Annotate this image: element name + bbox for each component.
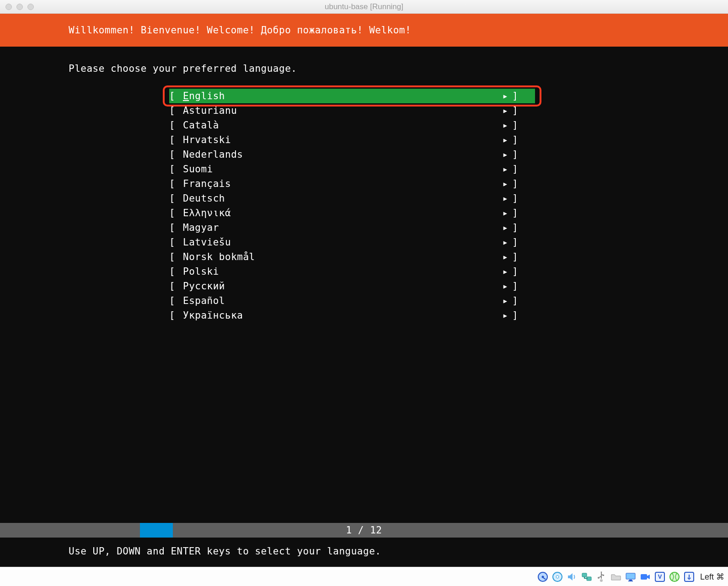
bracket-close: ] <box>512 235 526 250</box>
display-icon[interactable] <box>624 570 637 583</box>
submenu-arrow-icon: ▸ <box>498 89 512 103</box>
language-label: Norsk bokmål <box>183 250 498 264</box>
language-label: Español <box>183 293 498 308</box>
bracket-open: [ <box>169 133 183 147</box>
bracket-close: ] <box>512 293 526 308</box>
installer-prompt: Please choose your preferred language. <box>0 47 728 76</box>
submenu-arrow-icon: ▸ <box>498 133 512 147</box>
clipboard-icon[interactable] <box>668 570 681 583</box>
bracket-open: [ <box>169 191 183 206</box>
window-traffic-lights <box>0 4 34 10</box>
language-option[interactable]: [Hrvatski▸] <box>0 133 728 147</box>
language-label: Hrvatski <box>183 133 498 147</box>
submenu-arrow-icon: ▸ <box>498 250 512 264</box>
language-label: Ελληνικά <box>183 206 498 220</box>
bracket-open: [ <box>169 118 183 133</box>
language-label: Suomi <box>183 162 498 176</box>
submenu-arrow-icon: ▸ <box>498 308 512 323</box>
bracket-close: ] <box>512 133 526 147</box>
submenu-arrow-icon: ▸ <box>498 147 512 162</box>
optical-drive-icon[interactable] <box>551 570 564 583</box>
svg-point-9 <box>598 577 600 579</box>
language-label: Asturianu <box>183 103 498 118</box>
bracket-open: [ <box>169 220 183 235</box>
language-list: [English▸][Asturianu▸][Català▸][Hrvatski… <box>0 89 728 323</box>
progress-label: 1 / 12 <box>0 523 728 538</box>
progress-bar: 1 / 12 <box>0 523 728 538</box>
bracket-open: [ <box>169 103 183 118</box>
vbox-indicator-icon[interactable]: V <box>653 570 666 583</box>
language-label: Русский <box>183 279 498 293</box>
language-option[interactable]: [Español▸] <box>0 293 728 308</box>
language-option[interactable]: [Русский▸] <box>0 279 728 293</box>
language-label: Français <box>183 176 498 191</box>
bracket-close: ] <box>512 118 526 133</box>
language-label: Magyar <box>183 220 498 235</box>
bracket-close: ] <box>512 220 526 235</box>
window-title: ubuntu-base [Running] <box>0 2 728 11</box>
language-label: Deutsch <box>183 191 498 206</box>
language-option[interactable]: [English▸] <box>0 89 728 103</box>
language-option[interactable]: [Magyar▸] <box>0 220 728 235</box>
shared-folders-icon[interactable] <box>610 570 622 583</box>
language-option[interactable]: [Norsk bokmål▸] <box>0 250 728 264</box>
svg-rect-11 <box>629 580 632 581</box>
svg-rect-5 <box>582 573 587 577</box>
svg-rect-12 <box>628 581 633 581</box>
language-option[interactable]: [Suomi▸] <box>0 162 728 176</box>
language-label: Polski <box>183 264 498 279</box>
language-option[interactable]: [Asturianu▸] <box>0 103 728 118</box>
language-option[interactable]: [Latviešu▸] <box>0 235 728 250</box>
bracket-close: ] <box>512 103 526 118</box>
svg-rect-13 <box>641 574 647 580</box>
network-icon[interactable] <box>580 570 593 583</box>
recording-icon[interactable] <box>639 570 652 583</box>
bracket-close: ] <box>512 206 526 220</box>
language-option[interactable]: [Ελληνικά▸] <box>0 206 728 220</box>
submenu-arrow-icon: ▸ <box>498 191 512 206</box>
bracket-open: [ <box>169 176 183 191</box>
bracket-close: ] <box>512 250 526 264</box>
bracket-open: [ <box>169 162 183 176</box>
vm-status-bar: V Left ⌘ <box>0 567 728 586</box>
svg-point-4 <box>556 575 559 578</box>
submenu-arrow-icon: ▸ <box>498 206 512 220</box>
submenu-arrow-icon: ▸ <box>498 235 512 250</box>
window-titlebar: ubuntu-base [Running] <box>0 0 728 14</box>
submenu-arrow-icon: ▸ <box>498 220 512 235</box>
installer-banner: Willkommen! Bienvenue! Welcome! Добро по… <box>0 14 728 47</box>
bracket-open: [ <box>169 250 183 264</box>
window-zoom-button[interactable] <box>27 4 34 10</box>
submenu-arrow-icon: ▸ <box>498 293 512 308</box>
language-option[interactable]: [Polski▸] <box>0 264 728 279</box>
language-option[interactable]: [Українська▸] <box>0 308 728 323</box>
window-close-button[interactable] <box>5 4 12 10</box>
language-option[interactable]: [Deutsch▸] <box>0 191 728 206</box>
bracket-open: [ <box>169 206 183 220</box>
bracket-close: ] <box>512 176 526 191</box>
bracket-close: ] <box>512 162 526 176</box>
bracket-close: ] <box>512 191 526 206</box>
svg-point-7 <box>600 579 603 582</box>
language-option[interactable]: [Français▸] <box>0 176 728 191</box>
language-label: Nederlands <box>183 147 498 162</box>
submenu-arrow-icon: ▸ <box>498 176 512 191</box>
audio-icon[interactable] <box>566 570 578 583</box>
bracket-close: ] <box>512 264 526 279</box>
submenu-arrow-icon: ▸ <box>498 279 512 293</box>
mouse-capture-icon[interactable] <box>683 570 696 583</box>
hard-disk-icon[interactable] <box>536 570 549 583</box>
host-key-label: Left ⌘ <box>700 572 724 582</box>
bracket-close: ] <box>512 147 526 162</box>
language-option[interactable]: [Nederlands▸] <box>0 147 728 162</box>
language-label: Українська <box>183 308 498 323</box>
bracket-open: [ <box>169 279 183 293</box>
language-label: Català <box>183 118 498 133</box>
vm-console[interactable]: Willkommen! Bienvenue! Welcome! Добро по… <box>0 14 728 567</box>
language-option[interactable]: [Català▸] <box>0 118 728 133</box>
svg-point-14 <box>670 572 679 581</box>
window-minimize-button[interactable] <box>16 4 23 10</box>
bracket-close: ] <box>512 279 526 293</box>
bracket-open: [ <box>169 89 183 103</box>
usb-icon[interactable] <box>595 570 608 583</box>
